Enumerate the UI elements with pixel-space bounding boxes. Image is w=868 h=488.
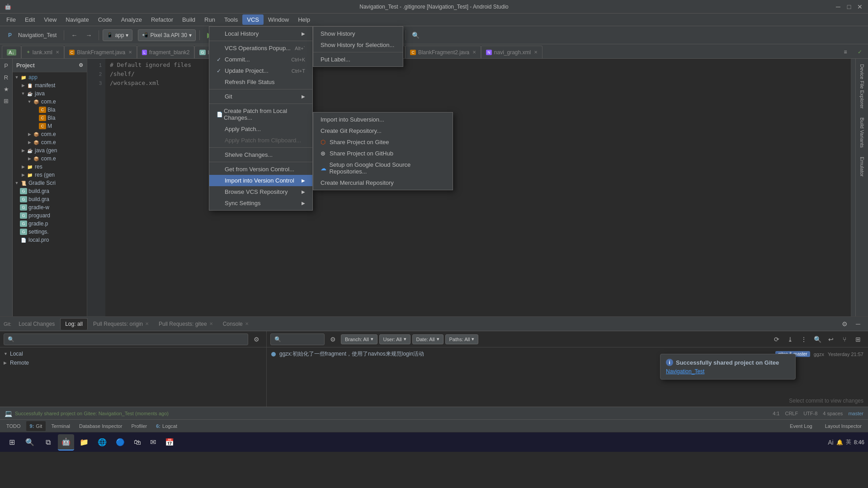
database-inspector-tab[interactable]: Database Inspector	[75, 421, 126, 431]
menu-tools[interactable]: Tools	[220, 14, 242, 25]
tab-blankfragment2[interactable]: C BlankFragment2.java ✕	[405, 46, 481, 58]
build-variants-label[interactable]: Build Variants	[858, 114, 867, 151]
file-explorer-taskbar[interactable]: 📁	[76, 434, 92, 450]
tree-gradle-w[interactable]: G gradle-w	[13, 203, 87, 211]
git-tree-remote[interactable]: ▶ Remote	[0, 358, 266, 367]
import-subversion-item[interactable]: Import into Subversion...	[313, 114, 453, 125]
close-pull-requests-origin[interactable]: ✕	[145, 321, 149, 326]
navigate-back-btn[interactable]: ←	[68, 29, 80, 42]
windows-start-btn[interactable]: ⊞	[4, 434, 20, 450]
store-taskbar[interactable]: 🛍	[130, 434, 145, 450]
menu-navigate[interactable]: Navigate	[61, 14, 93, 25]
refresh-log-btn[interactable]: ⟳	[770, 333, 783, 346]
menu-view[interactable]: View	[39, 14, 61, 25]
menu-analyze[interactable]: Analyze	[117, 14, 146, 25]
vcs-commit[interactable]: ✓ Commit... Ctrl+K	[209, 54, 312, 65]
calendar-taskbar[interactable]: 📅	[161, 434, 178, 450]
navigate-forward-btn[interactable]: →	[82, 29, 95, 42]
vcs-sync-settings[interactable]: Sync Settings ▶	[209, 197, 312, 209]
tree-gradle-p[interactable]: G gradle.p	[13, 220, 87, 228]
search-log-btn[interactable]: 🔍	[811, 333, 824, 346]
close-navi-gragh[interactable]: ✕	[534, 50, 538, 55]
show-history-selection-item[interactable]: Show History for Selection...	[313, 39, 403, 51]
show-history-item[interactable]: Show History	[313, 28, 403, 39]
maximize-button[interactable]: □	[845, 3, 853, 10]
layout-inspector-tab[interactable]: Layout Inspector	[821, 421, 865, 431]
branch-log-btn[interactable]: ⑂	[838, 333, 851, 346]
logcat-tab[interactable]: 6: Logcat	[152, 421, 181, 431]
editor-area[interactable]: 1 2 3 # Default ignored files /shelf/ /w…	[87, 59, 855, 316]
vcs-update[interactable]: ✓ Update Project... Ctrl+T	[209, 65, 312, 76]
tree-bl2[interactable]: C Bla	[13, 114, 87, 122]
git-tab-pull-requests-origin[interactable]: Pull Requests: origin ✕	[89, 318, 153, 330]
tree-build-gr2[interactable]: G build.gra	[13, 195, 87, 203]
git-tab-log-all[interactable]: Log: all	[60, 318, 88, 330]
more-log-btn[interactable]: ⋮	[797, 333, 810, 346]
tab-navi-gragh[interactable]: N navi_gragh.xml ✕	[481, 46, 542, 58]
create-mercurial-item[interactable]: Create Mercurial Repository	[313, 177, 453, 188]
vcs-apply-patch[interactable]: Apply Patch...	[209, 123, 312, 135]
git-settings-btn[interactable]: ⚙	[838, 318, 851, 330]
tree-res-gen[interactable]: ▶ 📁 res (gen	[13, 171, 87, 179]
tree-java-gen[interactable]: ▶ ☕ java (gen	[13, 146, 87, 155]
emulator-label[interactable]: Emulator	[858, 153, 867, 180]
git-tab-local-changes[interactable]: Local Changes	[14, 318, 59, 330]
diff-log-btn[interactable]: ⊞	[852, 333, 864, 346]
menu-window[interactable]: Window	[264, 14, 293, 25]
vcs-import-vcs[interactable]: Import into Version Control ▶	[209, 175, 312, 186]
git-minimize-btn[interactable]: ─	[852, 318, 864, 330]
chrome-taskbar[interactable]: 🔵	[112, 434, 128, 450]
close-blankfragment[interactable]: ✕	[128, 50, 132, 55]
tree-local-prop[interactable]: 📄 local.pro	[13, 236, 87, 244]
project-tree-settings[interactable]: ⚙	[79, 62, 83, 68]
tree-com-e3[interactable]: ▶ 📦 com.e	[13, 138, 87, 146]
menu-refactor[interactable]: Refactor	[146, 14, 178, 25]
commit-search-input[interactable]	[270, 333, 325, 345]
close-console[interactable]: ✕	[245, 321, 249, 326]
android-studio-taskbar[interactable]: 🤖	[58, 434, 74, 450]
device-file-explorer-label[interactable]: Device File Explorer	[858, 61, 867, 112]
vcs-refresh[interactable]: Refresh File Status	[209, 76, 312, 88]
close-lank-xml[interactable]: ✕	[56, 50, 59, 55]
git-tree-local[interactable]: ▼ Local	[0, 349, 266, 358]
search-taskbar-btn[interactable]: 🔍	[22, 434, 38, 450]
create-git-repo-item[interactable]: Create Git Repository...	[313, 125, 453, 136]
tree-gradle-scripts[interactable]: ▼ 📜 Gradle Scri	[13, 179, 87, 187]
mail-taskbar[interactable]: ✉	[146, 434, 160, 450]
git-tab-console[interactable]: Console ✕	[218, 318, 253, 330]
tree-manifests[interactable]: ▶ 📋 manifest	[13, 81, 87, 89]
menu-vcs[interactable]: VCS	[242, 14, 264, 25]
git-search-input[interactable]	[4, 333, 248, 345]
tree-bl1[interactable]: C Bla	[13, 106, 87, 114]
notification-link[interactable]: Navigation_Test	[666, 368, 704, 375]
tree-com-inside-gen[interactable]: ▶ 📦 com.e	[13, 155, 87, 163]
vcs-browse-vcs[interactable]: Browse VCS Repository ▶	[209, 186, 312, 197]
menu-build[interactable]: Build	[178, 14, 200, 25]
editor-scrollbar[interactable]	[851, 59, 855, 316]
event-log-tab[interactable]: Event Log	[786, 421, 816, 431]
run-config-dropdown[interactable]: 📱 app ▾	[103, 29, 132, 41]
share-github-item[interactable]: ⊛ Share Project on GitHub	[313, 148, 453, 159]
tree-com-e[interactable]: ▼ 📦 com.e	[13, 98, 87, 106]
vcs-operations-popup[interactable]: VCS Operations Popup... Alt+`	[209, 42, 312, 54]
todo-tab[interactable]: TODO	[3, 421, 24, 431]
branch-filter[interactable]: Branch: All ▾	[341, 334, 377, 344]
menu-edit[interactable]: Edit	[20, 14, 39, 25]
setup-google-cloud-item[interactable]: ☁ Setup on Google Cloud Source Repositor…	[313, 159, 453, 177]
git-tab-pull-requests-gitee[interactable]: Pull Requests: gitee ✕	[154, 318, 217, 330]
task-view-btn[interactable]: ⧉	[40, 434, 56, 450]
recent-files-btn[interactable]: ≡	[839, 46, 852, 58]
menu-run[interactable]: Run	[200, 14, 220, 25]
minimize-button[interactable]: ─	[835, 3, 842, 10]
vcs-shelve[interactable]: Shelve Changes...	[209, 149, 312, 160]
menu-code[interactable]: Code	[94, 14, 117, 25]
tree-m[interactable]: C M	[13, 122, 87, 130]
search-everywhere-btn[interactable]: 🔍	[410, 29, 422, 42]
close-blankfragment2[interactable]: ✕	[472, 50, 476, 55]
edge-taskbar[interactable]: 🌐	[94, 434, 110, 450]
tab-avd[interactable]: A↓	[2, 46, 21, 58]
filter-settings-btn[interactable]: ⚙	[326, 333, 339, 346]
date-filter[interactable]: Date: All ▾	[412, 334, 443, 344]
tree-settings[interactable]: G settings.	[13, 228, 87, 236]
close-pull-requests-gitee[interactable]: ✕	[209, 321, 213, 326]
